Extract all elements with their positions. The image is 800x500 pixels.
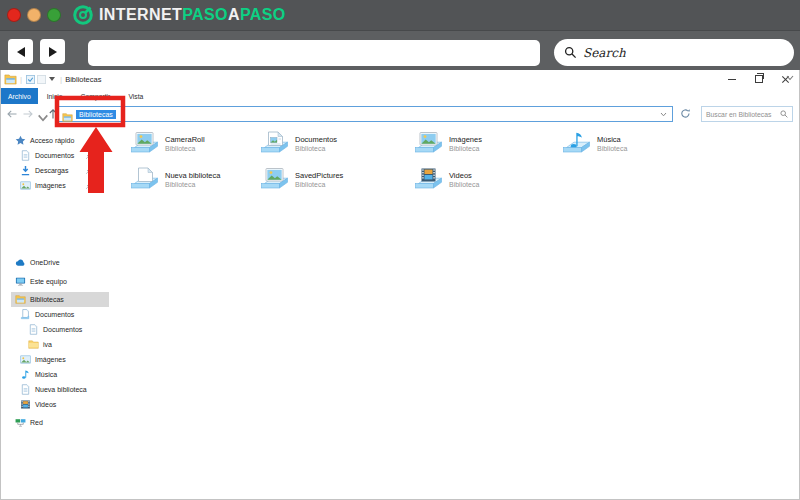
new-folder-icon[interactable] bbox=[37, 75, 46, 84]
explorer-addressrow: Bibliotecas Buscar en Bibliotecas bbox=[1, 104, 799, 124]
sidebar-item[interactable]: Acceso rápido bbox=[1, 133, 113, 148]
library-item[interactable]: SavedPictures Biblioteca bbox=[243, 164, 397, 200]
minimize-button[interactable] bbox=[718, 70, 745, 88]
lib-music-icon bbox=[561, 131, 591, 155]
computer-icon bbox=[15, 276, 26, 287]
sidebar-item[interactable]: Videos bbox=[1, 397, 113, 412]
sidebar-item-label: Nueva biblioteca bbox=[35, 386, 87, 393]
logo-icon bbox=[72, 4, 94, 26]
sidebar-item[interactable]: Música bbox=[1, 367, 113, 382]
sidebar-item[interactable]: Documentos bbox=[1, 322, 113, 337]
browser-back-button[interactable] bbox=[8, 39, 33, 64]
browser-titlebar: INTERNETPASOAPASO bbox=[0, 0, 800, 30]
sidebar-item[interactable]: Documentos bbox=[1, 307, 113, 322]
sidebar-item-label: Imágenes bbox=[35, 182, 66, 189]
refresh-icon[interactable] bbox=[680, 108, 691, 119]
library-item-text: Documentos Biblioteca bbox=[295, 135, 337, 164]
library-item[interactable]: Imágenes Biblioteca bbox=[397, 128, 545, 164]
sidebar-item-label: Descargas bbox=[35, 167, 68, 174]
search-placeholder: Search bbox=[583, 46, 626, 60]
film-icon bbox=[20, 399, 31, 410]
library-item-type: Biblioteca bbox=[295, 180, 343, 189]
library-item-type: Biblioteca bbox=[165, 180, 220, 189]
lib-document-icon bbox=[259, 131, 289, 155]
sidebar-item[interactable]: Este equipo bbox=[1, 274, 113, 289]
library-item-name: Nueva biblioteca bbox=[165, 171, 220, 180]
search-icon bbox=[780, 110, 788, 118]
download-icon bbox=[20, 165, 31, 176]
library-item-type: Biblioteca bbox=[449, 180, 479, 189]
maximize-button[interactable] bbox=[745, 70, 772, 88]
nav-back-icon[interactable] bbox=[6, 108, 18, 120]
sidebar-item[interactable]: Imágenes bbox=[1, 178, 113, 193]
traffic-light[interactable] bbox=[47, 8, 61, 22]
address-text-selected[interactable]: Bibliotecas bbox=[76, 110, 116, 119]
sidebar-item[interactable]: OneDrive bbox=[1, 255, 113, 270]
sidebar-item[interactable]: Imágenes bbox=[1, 352, 113, 367]
traffic-light[interactable] bbox=[27, 8, 41, 22]
star-icon bbox=[15, 135, 26, 146]
network-icon bbox=[15, 417, 26, 428]
sidebar-item[interactable]: Bibliotecas bbox=[1, 292, 113, 307]
forward-arrow-icon bbox=[49, 47, 57, 57]
sidebar-item-label: Bibliotecas bbox=[30, 296, 64, 303]
sidebar-item[interactable]: Documentos bbox=[1, 148, 113, 163]
picture-icon bbox=[20, 180, 31, 191]
browser-forward-button[interactable] bbox=[40, 39, 65, 64]
address-bar[interactable]: Bibliotecas bbox=[58, 106, 673, 122]
sidebar-item-label: Música bbox=[35, 371, 57, 378]
sidebar-item[interactable]: Descargas bbox=[1, 163, 113, 178]
files-pane: CameraRoll Biblioteca Documentos Bibliot… bbox=[113, 124, 699, 499]
ribbon-tab[interactable]: Compartir bbox=[72, 88, 120, 104]
explorer-titlebar: | | Bibliotecas bbox=[1, 70, 799, 88]
site-logo: INTERNETPASOAPASO bbox=[72, 4, 286, 26]
address-dropdown-icon[interactable] bbox=[660, 112, 667, 117]
browser-search-box[interactable]: Search bbox=[554, 39, 794, 66]
library-item-text: Imágenes Biblioteca bbox=[449, 135, 482, 164]
library-item[interactable]: Nueva biblioteca Biblioteca bbox=[113, 164, 243, 200]
sidebar-item-label: Acceso rápido bbox=[30, 137, 74, 144]
library-item-text: Videos Biblioteca bbox=[449, 171, 479, 200]
traffic-light[interactable] bbox=[7, 8, 21, 22]
library-icon bbox=[15, 294, 26, 305]
sidebar-item[interactable]: Red bbox=[1, 415, 113, 430]
properties-icon[interactable] bbox=[26, 75, 35, 84]
library-item[interactable]: Música Biblioteca bbox=[545, 128, 695, 164]
nav-forward-icon[interactable] bbox=[22, 108, 34, 120]
ribbon-tab[interactable]: Vista bbox=[119, 88, 152, 104]
library-item-name: SavedPictures bbox=[295, 171, 343, 180]
browser-address-bar[interactable] bbox=[88, 40, 540, 66]
library-icon bbox=[4, 73, 17, 85]
document-icon bbox=[20, 150, 31, 161]
ribbon-tab[interactable]: Archivo bbox=[1, 88, 38, 104]
logo-text-segment: PASO bbox=[182, 6, 228, 23]
chevron-down-icon[interactable] bbox=[49, 77, 55, 81]
library-grid: CameraRoll Biblioteca Documentos Bibliot… bbox=[113, 128, 699, 200]
sidebar-item[interactable]: iva bbox=[1, 337, 113, 352]
sidebar-item-label: Imágenes bbox=[35, 356, 66, 363]
sidebar-item-label: Este equipo bbox=[30, 278, 67, 285]
sidebar-item-label: Documentos bbox=[43, 326, 82, 333]
library-item[interactable]: CameraRoll Biblioteca bbox=[113, 128, 243, 164]
sidebar-item-label: Documentos bbox=[35, 152, 74, 159]
library-item-text: Música Biblioteca bbox=[597, 135, 627, 164]
explorer-search-box[interactable]: Buscar en Bibliotecas bbox=[701, 106, 793, 122]
library-doc-icon bbox=[20, 309, 31, 320]
sidebar-item-label: Documentos bbox=[35, 311, 74, 318]
library-item[interactable]: Documentos Biblioteca bbox=[243, 128, 397, 164]
library-item-type: Biblioteca bbox=[165, 144, 205, 153]
ribbon-tab[interactable]: Inicio bbox=[38, 88, 72, 104]
library-item[interactable]: Videos Biblioteca bbox=[397, 164, 545, 200]
library-item-name: Música bbox=[597, 135, 627, 144]
document-icon bbox=[28, 324, 39, 335]
explorer-content: Acceso rápido Documentos Descargas Imáge… bbox=[1, 124, 799, 499]
navigation-pane: Acceso rápido Documentos Descargas Imáge… bbox=[1, 124, 113, 499]
separator: | bbox=[60, 75, 62, 84]
sidebar-item-label: Red bbox=[30, 419, 43, 426]
lib-picture-icon bbox=[413, 131, 443, 155]
sidebar-item[interactable]: Nueva biblioteca bbox=[1, 382, 113, 397]
separator: | bbox=[20, 75, 22, 84]
logo-text-segment: PASO bbox=[240, 6, 286, 23]
ribbon-collapse-icon[interactable] bbox=[786, 75, 794, 81]
pin-icon bbox=[85, 152, 93, 160]
